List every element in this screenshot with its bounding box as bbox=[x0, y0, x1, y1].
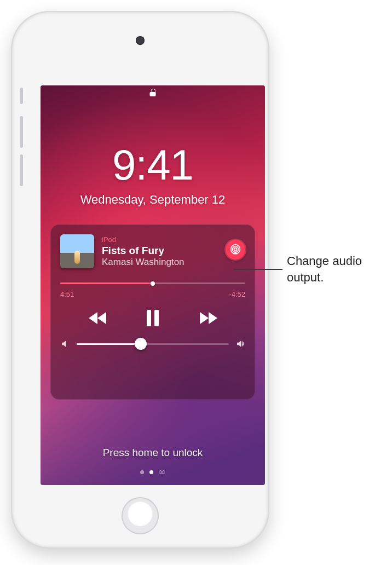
mute-switch[interactable] bbox=[20, 88, 23, 104]
pause-icon bbox=[146, 310, 160, 326]
playback-source: iPod bbox=[102, 235, 218, 244]
home-button[interactable] bbox=[122, 497, 159, 534]
album-art[interactable] bbox=[60, 234, 94, 268]
callout-label: Change audio output. bbox=[287, 253, 385, 285]
page-dots[interactable] bbox=[41, 469, 265, 475]
clock: 9:41 bbox=[41, 140, 265, 190]
lock-screen: 9:41 Wednesday, September 12 iPod Fists … bbox=[41, 85, 265, 485]
svg-point-1 bbox=[233, 246, 239, 252]
page-dot-active bbox=[149, 470, 153, 474]
date: Wednesday, September 12 bbox=[41, 193, 265, 207]
page-dot bbox=[140, 470, 144, 474]
scrubber-thumb[interactable] bbox=[151, 281, 155, 286]
previous-button[interactable] bbox=[82, 306, 115, 330]
next-icon bbox=[197, 311, 218, 325]
airplay-icon bbox=[230, 244, 241, 255]
svg-point-5 bbox=[161, 471, 163, 474]
track-title: Fists of Fury bbox=[102, 245, 218, 257]
lock-icon bbox=[150, 89, 156, 96]
now-playing-card: iPod Fists of Fury Kamasi Washington bbox=[50, 224, 255, 400]
track-info[interactable]: iPod Fists of Fury Kamasi Washington bbox=[102, 234, 218, 268]
next-button[interactable] bbox=[191, 306, 224, 330]
airplay-button[interactable] bbox=[226, 240, 245, 260]
previous-icon bbox=[88, 311, 109, 325]
volume-slider[interactable] bbox=[77, 340, 229, 348]
scrubber[interactable] bbox=[60, 279, 245, 287]
pause-button[interactable] bbox=[136, 306, 169, 330]
svg-rect-4 bbox=[154, 310, 159, 326]
scrubber-fill bbox=[60, 282, 153, 284]
time-elapsed: 4:51 bbox=[60, 290, 74, 298]
volume-high-icon bbox=[235, 339, 245, 349]
unlock-hint: Press home to unlock bbox=[41, 447, 265, 459]
volume-down-button[interactable] bbox=[20, 154, 23, 186]
time-remaining: -4:52 bbox=[229, 290, 245, 298]
track-artist: Kamasi Washington bbox=[102, 257, 218, 268]
callout-leader bbox=[233, 269, 283, 270]
volume-low-icon bbox=[60, 339, 70, 349]
camera-page-icon bbox=[159, 469, 165, 475]
volume-up-button[interactable] bbox=[20, 116, 23, 148]
front-camera bbox=[136, 36, 145, 45]
svg-rect-3 bbox=[147, 310, 151, 326]
svg-point-0 bbox=[234, 248, 237, 251]
volume-thumb[interactable] bbox=[135, 338, 147, 350]
device-frame: 9:41 Wednesday, September 12 iPod Fists … bbox=[12, 12, 268, 547]
volume-fill bbox=[77, 343, 141, 345]
